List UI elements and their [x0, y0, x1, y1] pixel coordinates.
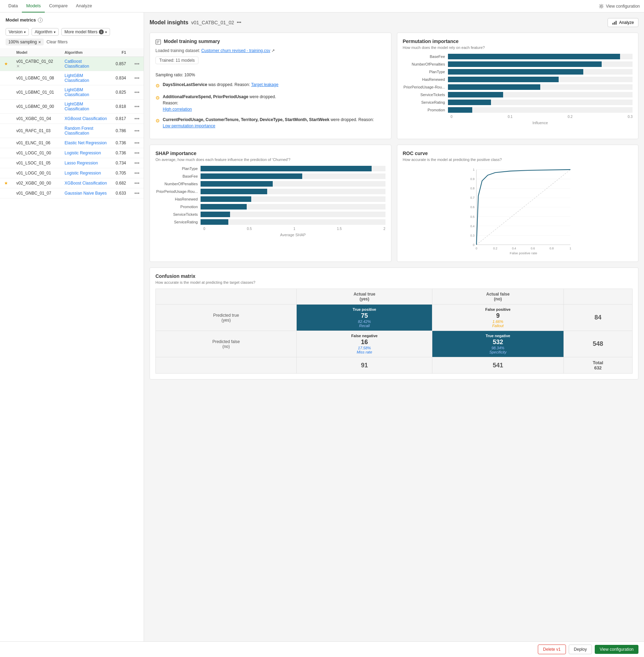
- model-name: v01_CATBC_01_02: [16, 59, 53, 64]
- shap-title: SHAP importance: [155, 151, 385, 156]
- delete-model-icon[interactable]: ✕: [16, 64, 20, 69]
- reason-link-3[interactable]: Low permutation importance: [163, 123, 215, 128]
- shap-bar-track: [201, 189, 385, 194]
- perm-bar-row: ServiceTickets: [403, 92, 633, 97]
- f1-cell: 0.786: [111, 124, 130, 138]
- model-table-row[interactable]: v01_LOGC_00_01Logistic Regression0.705••…: [0, 168, 144, 178]
- row-actions-cell[interactable]: •••: [130, 158, 144, 168]
- cm-specificity: 98.34%Specificity: [435, 346, 560, 354]
- chevron-down-icon: ▾: [24, 30, 26, 34]
- model-table-row[interactable]: v01_LGBMC_00_00LightGBM Classification0.…: [0, 100, 144, 114]
- algorithm-link[interactable]: LightGBM Classification: [65, 87, 89, 97]
- row-more-button[interactable]: •••: [134, 190, 139, 196]
- more-options-button[interactable]: •••: [237, 20, 241, 25]
- cm-predicted-true-row: Predicted true(yes) True positive 75 82.…: [156, 305, 633, 331]
- version-filter[interactable]: Version ▾: [6, 28, 29, 36]
- view-config-action-button[interactable]: View configuration: [595, 645, 638, 654]
- reason-link-2[interactable]: High correlation: [163, 107, 192, 112]
- cm-tp-cell: True positive 75 82.42%Recall: [297, 305, 432, 331]
- row-more-button[interactable]: •••: [134, 75, 139, 81]
- perm-bar-row: PriorPeriodUsage-Rou...: [403, 84, 633, 90]
- row-more-button[interactable]: •••: [134, 150, 139, 156]
- algorithm-link[interactable]: Elastic Net Regression: [65, 140, 107, 145]
- cm-row-total-true: 84: [564, 305, 632, 331]
- algorithm-cell: CatBoost Classification: [60, 57, 111, 71]
- delete-v1-button[interactable]: Delete v1: [538, 645, 566, 654]
- perm-bar-label: ServiceTickets: [403, 93, 448, 97]
- model-table-row[interactable]: ★v01_CATBC_01_02 ✕CatBoost Classificatio…: [0, 57, 144, 71]
- f1-cell: 0.736: [111, 138, 130, 148]
- row-more-button[interactable]: •••: [134, 180, 139, 186]
- row-actions-cell[interactable]: •••: [130, 85, 144, 100]
- row-more-button[interactable]: •••: [134, 160, 139, 166]
- model-table-row[interactable]: v01_RAFC_01_03Random Forest Classificati…: [0, 124, 144, 138]
- model-table-row[interactable]: v01_XGBC_01_04XGBoost Classification0.81…: [0, 114, 144, 124]
- row-actions-cell[interactable]: •••: [130, 57, 144, 71]
- shap-axis-label: Average SHAP: [155, 233, 385, 237]
- svg-text:1: 1: [473, 168, 474, 171]
- nav-compare[interactable]: Compare: [45, 0, 71, 12]
- model-name-cell: v01_LGBMC_01_01: [12, 85, 60, 100]
- model-name-cell: v01_LGBMC_01_08: [12, 71, 60, 85]
- dataset-link[interactable]: Customer churn revised - training.csv: [201, 48, 270, 53]
- row-actions-cell[interactable]: •••: [130, 178, 144, 188]
- row-more-button[interactable]: •••: [134, 104, 139, 109]
- perm-bar-label: NumberOfPenalties: [403, 62, 448, 66]
- perm-bar-track: [448, 100, 633, 105]
- perm-bar-fill: [448, 54, 620, 59]
- cm-actual-true-header: Actual true(yes): [297, 289, 432, 305]
- algorithm-link[interactable]: LightGBM Classification: [65, 102, 89, 111]
- algorithm-link[interactable]: Lasso Regression: [65, 161, 98, 165]
- shap-bar-fill: [201, 204, 247, 210]
- nav-models[interactable]: Models: [22, 0, 45, 12]
- row-actions-cell[interactable]: •••: [130, 138, 144, 148]
- clear-filters-button[interactable]: Clear filters: [46, 40, 68, 44]
- reason-link-1[interactable]: Target leakage: [251, 82, 279, 87]
- perm-bar-fill: [448, 77, 559, 82]
- algorithm-link[interactable]: CatBoost Classification: [65, 59, 89, 69]
- algorithm-link[interactable]: XGBoost Classification: [65, 181, 107, 186]
- nav-analyze[interactable]: Analyze: [72, 0, 96, 12]
- model-table-row[interactable]: v01_LOGC_01_00Logistic Regression0.736••…: [0, 148, 144, 158]
- model-name: v01_LGBMC_01_08: [16, 76, 54, 80]
- perm-axis-tick: 0.2: [568, 115, 573, 119]
- view-config-button[interactable]: View configuration: [599, 4, 640, 9]
- row-actions-cell[interactable]: •••: [130, 148, 144, 158]
- more-filters[interactable]: More model filters 1 ▾: [61, 28, 110, 36]
- algorithm-link[interactable]: Logistic Regression: [65, 171, 101, 176]
- algorithm-link[interactable]: LightGBM Classification: [65, 73, 89, 83]
- algorithm-link[interactable]: Random Forest Classification: [65, 126, 93, 136]
- model-table-row[interactable]: v01_LSOC_01_05Lasso Regression0.734•••: [0, 158, 144, 168]
- perm-bar-fill: [448, 100, 491, 105]
- row-actions-cell[interactable]: •••: [130, 168, 144, 178]
- model-table-row[interactable]: v01_GNBC_01_07Gaussian Naive Bayes0.633•…: [0, 188, 144, 198]
- algorithm-link[interactable]: XGBoost Classification: [65, 116, 107, 121]
- analyze-button[interactable]: Analyze: [608, 18, 638, 27]
- summary-icon: [155, 39, 161, 45]
- top-icon-cell: [0, 188, 12, 198]
- row-actions-cell[interactable]: •••: [130, 124, 144, 138]
- algorithm-cell: Logistic Regression: [60, 168, 111, 178]
- algorithm-link[interactable]: Logistic Regression: [65, 151, 101, 155]
- row-more-button[interactable]: •••: [134, 140, 139, 146]
- row-actions-cell[interactable]: •••: [130, 188, 144, 198]
- model-table-row[interactable]: ★v02_XGBC_00_00XGBoost Classification0.6…: [0, 178, 144, 188]
- row-actions-cell[interactable]: •••: [130, 100, 144, 114]
- close-icon[interactable]: ✕: [38, 40, 41, 44]
- algorithm-link[interactable]: Gaussian Naive Bayes: [65, 191, 107, 196]
- deploy-button[interactable]: Deploy: [569, 645, 592, 654]
- row-more-button[interactable]: •••: [134, 61, 139, 67]
- row-more-button[interactable]: •••: [134, 116, 139, 121]
- row-more-button[interactable]: •••: [134, 128, 139, 134]
- row-actions-cell[interactable]: •••: [130, 71, 144, 85]
- algorithm-filter[interactable]: Algorithm ▾: [32, 28, 59, 36]
- model-name: v01_LOGC_00_01: [16, 171, 51, 176]
- info-icon[interactable]: i: [38, 18, 43, 23]
- model-table-row[interactable]: v01_ELNC_01_06Elastic Net Regression0.73…: [0, 138, 144, 148]
- row-more-button[interactable]: •••: [134, 89, 139, 95]
- row-more-button[interactable]: •••: [134, 170, 139, 176]
- row-actions-cell[interactable]: •••: [130, 114, 144, 124]
- model-table-row[interactable]: v01_LGBMC_01_01LightGBM Classification0.…: [0, 85, 144, 100]
- model-table-row[interactable]: v01_LGBMC_01_08LightGBM Classification0.…: [0, 71, 144, 85]
- nav-data[interactable]: Data: [4, 0, 22, 12]
